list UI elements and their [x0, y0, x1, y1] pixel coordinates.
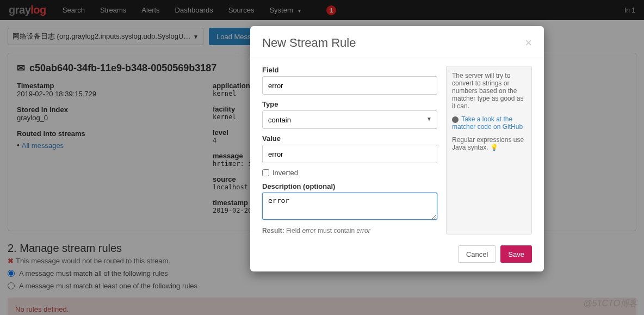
modal-title: New Stream Rule: [262, 36, 356, 50]
value-input[interactable]: [262, 145, 437, 163]
type-select-label: Type: [262, 100, 437, 108]
save-button[interactable]: Save: [500, 245, 532, 263]
info-box: The server will try to convert to string…: [446, 66, 532, 234]
inverted-checkbox[interactable]: [262, 169, 269, 176]
result-field: error: [302, 227, 315, 234]
result-value: error: [356, 227, 370, 234]
watermark: @51CTO博客: [583, 298, 637, 310]
field-input[interactable]: [262, 76, 437, 95]
description-textarea[interactable]: [262, 193, 437, 220]
inverted-label: Inverted: [273, 169, 298, 177]
type-select[interactable]: contain: [262, 110, 437, 129]
info-text-2: Regular expressions use Java syntax.: [452, 136, 524, 151]
result-t1: Field: [286, 227, 300, 234]
github-icon: [452, 116, 459, 123]
close-icon[interactable]: ×: [525, 36, 532, 50]
rule-result-preview: Result: Field error must contain error: [262, 227, 437, 234]
result-t2: must contain: [318, 227, 355, 234]
cancel-button[interactable]: Cancel: [458, 245, 496, 263]
field-input-label: Field: [262, 66, 437, 74]
new-stream-rule-modal: New Stream Rule × Field Type contain ▼ V…: [250, 26, 544, 271]
description-label: Description (optional): [262, 182, 437, 190]
value-input-label: Value: [262, 134, 437, 143]
info-text-1: The server will try to convert to string…: [452, 72, 526, 110]
matcher-code-link[interactable]: Take a look at the matcher code on GitHu…: [452, 115, 523, 131]
lightbulb-icon: 💡: [490, 144, 498, 151]
result-prefix: Result:: [262, 227, 284, 234]
